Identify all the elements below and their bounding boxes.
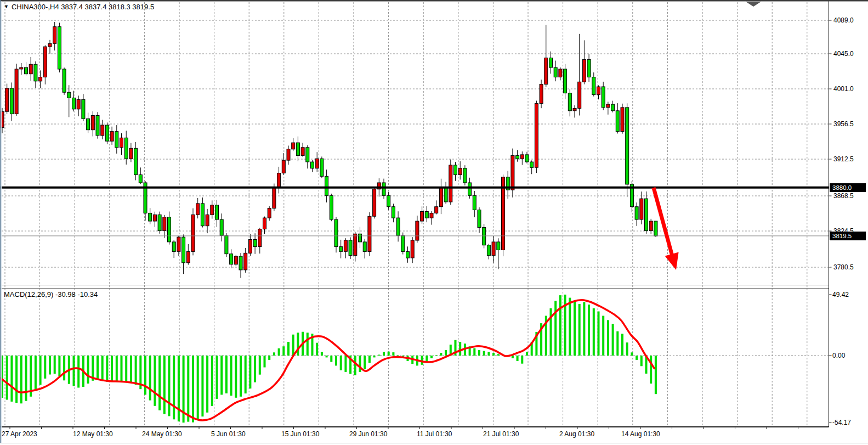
symbol-marker-icon: ▼ — [4, 4, 9, 9]
chart-canvas[interactable] — [0, 0, 868, 445]
price-axis-label: 4089.0 — [833, 16, 854, 24]
chart-title: ▼CHINA300-,H4 3837.4 3837.4 3818.3 3819.… — [4, 3, 154, 11]
price-axis-label: 3780.5 — [833, 263, 854, 271]
chart-shift-marker-icon[interactable] — [746, 2, 761, 7]
macd-axis-label: 0.00 — [832, 352, 845, 359]
price-axis-label: 3868.5 — [833, 192, 854, 200]
macd-indicator-label: MACD(12,26,9) -30.98 -10.34 — [4, 290, 98, 298]
macd-axis-label: -54.17 — [832, 419, 851, 426]
date-axis-label: 14 Aug 01:30 — [621, 430, 660, 438]
chart-window[interactable]: ▼CHINA300-,H4 3837.4 3837.4 3818.3 3819.… — [0, 0, 868, 445]
date-axis-label: 27 Apr 2023 — [2, 430, 37, 438]
macd-axis-label: 49.42 — [832, 291, 849, 298]
date-axis-label: 5 Jun 01:30 — [211, 430, 246, 438]
date-axis-label: 24 May 01:30 — [142, 430, 182, 438]
price-axis-label: 4045.0 — [833, 50, 854, 58]
date-axis-label: 29 Jun 01:30 — [349, 430, 387, 438]
current-price-badge: 3819.5 — [830, 232, 866, 240]
hline-price-badge: 3880.0 — [830, 183, 866, 192]
chart-title-text: CHINA300-,H4 3837.4 3837.4 3818.3 3819.5 — [12, 3, 154, 11]
date-axis-label: 12 May 01:30 — [73, 430, 113, 438]
date-axis-label: 11 Jul 01:30 — [417, 430, 452, 438]
price-axis-label: 4001.0 — [833, 85, 854, 93]
date-axis-label: 15 Jun 01:30 — [281, 430, 319, 438]
candlesticks — [1, 22, 657, 278]
price-axis-label: 3956.5 — [833, 120, 854, 128]
date-axis-label: 21 Jul 01:30 — [483, 430, 519, 438]
price-axis-label: 3912.5 — [833, 155, 854, 163]
resistance-line — [0, 187, 829, 189]
macd-histogram — [1, 295, 657, 423]
date-axis-label: 2 Aug 01:30 — [559, 430, 594, 438]
